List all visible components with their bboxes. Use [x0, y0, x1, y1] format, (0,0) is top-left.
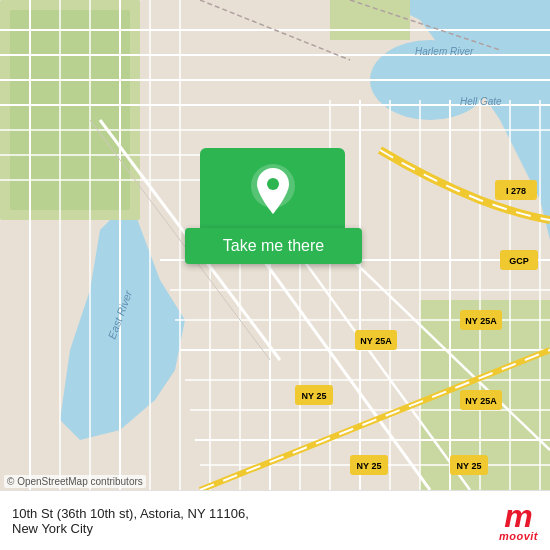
svg-text:NY 25A: NY 25A [465, 396, 497, 406]
svg-text:NY 25A: NY 25A [360, 336, 392, 346]
address-line: 10th St (36th 10th st), Astoria, NY 1110… [12, 506, 249, 521]
take-me-there-label: Take me there [223, 237, 324, 255]
moovit-m-icon: m [504, 500, 532, 532]
address-section: 10th St (36th 10th st), Astoria, NY 1110… [12, 506, 249, 536]
svg-text:Hell Gate: Hell Gate [460, 96, 502, 107]
attribution-text: © OpenStreetMap contributors [7, 476, 143, 487]
svg-text:NY 25: NY 25 [302, 391, 327, 401]
location-pin-box [200, 148, 345, 233]
svg-text:NY 25: NY 25 [457, 461, 482, 471]
svg-text:GCP: GCP [509, 256, 529, 266]
city-line: New York City [12, 521, 249, 536]
map-attribution: © OpenStreetMap contributors [4, 475, 146, 488]
moovit-brand-text: moovit [499, 530, 538, 542]
svg-text:Harlem River: Harlem River [415, 46, 474, 57]
svg-text:I 278: I 278 [506, 186, 526, 196]
take-me-there-button[interactable]: Take me there [185, 228, 362, 264]
moovit-logo: m moovit [499, 500, 538, 542]
info-bar: 10th St (36th 10th st), Astoria, NY 1110… [0, 490, 550, 550]
map-pin-icon [251, 164, 295, 218]
svg-point-71 [267, 178, 279, 190]
svg-text:NY 25: NY 25 [357, 461, 382, 471]
map-container[interactable]: NY 25 NY 25A NY 25A NY 25A NY 25 NY 25 I… [0, 0, 550, 490]
svg-text:NY 25A: NY 25A [465, 316, 497, 326]
